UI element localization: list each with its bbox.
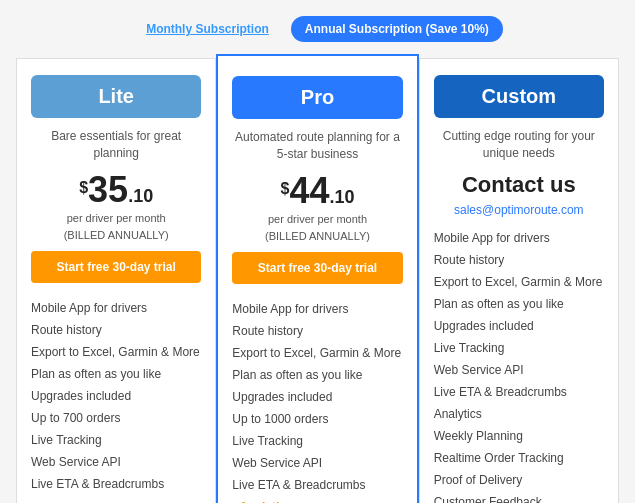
plan-lite-currency: $ xyxy=(79,180,88,196)
plan-custom-contact-title: Contact us xyxy=(434,172,604,198)
subscription-toggle[interactable]: Monthly Subscription Annual Subscription… xyxy=(16,16,619,42)
plan-lite-period: per driver per month (BILLED ANNUALLY) xyxy=(31,210,201,243)
list-item: Mobile App for drivers xyxy=(232,298,402,320)
annual-tab[interactable]: Annual Subscription (Save 10%) xyxy=(291,16,503,42)
plan-pro-period-text: per driver per month xyxy=(268,213,367,225)
plan-pro-billed: (BILLED ANNUALLY) xyxy=(265,230,370,242)
list-item: +Analytics xyxy=(232,496,402,503)
plan-pro-title: Pro xyxy=(238,86,396,109)
list-item: Route history xyxy=(31,319,201,341)
list-item: Customer Feedback xyxy=(434,491,604,503)
plan-custom-desc: Cutting edge routing for your unique nee… xyxy=(434,128,604,162)
plan-lite-desc: Bare essentials for great planning xyxy=(31,128,201,162)
list-item: Export to Excel, Garmin & More xyxy=(232,342,402,364)
list-item: Live ETA & Breadcrumbs xyxy=(31,473,201,495)
list-item: Upgrades included xyxy=(232,386,402,408)
plan-pro-price: $44.10 per driver per month (BILLED ANNU… xyxy=(232,173,402,244)
plan-pro-dollars: 44 xyxy=(289,170,329,211)
plan-lite-features: Mobile App for drivers Route history Exp… xyxy=(31,297,201,495)
list-item: Plan as often as you like xyxy=(31,363,201,385)
list-item: Weekly Planning xyxy=(434,425,604,447)
list-item: Export to Excel, Garmin & More xyxy=(31,341,201,363)
list-item: Live ETA & Breadcrumbs xyxy=(434,381,604,403)
list-item: Web Service API xyxy=(31,451,201,473)
plan-pro: Pro Automated route planning for a 5-sta… xyxy=(216,54,418,503)
list-item: Analytics xyxy=(434,403,604,425)
plan-pro-price-main: $44.10 xyxy=(232,173,402,209)
list-item: Plan as often as you like xyxy=(434,293,604,315)
list-item: Web Service API xyxy=(232,452,402,474)
plan-lite-period-text: per driver per month xyxy=(67,212,166,224)
plan-lite: Lite Bare essentials for great planning … xyxy=(16,58,216,503)
plan-lite-price-main: $35.10 xyxy=(31,172,201,208)
plan-custom-title: Custom xyxy=(440,85,598,108)
plan-lite-billed: (BILLED ANNUALLY) xyxy=(64,229,169,241)
plan-lite-cents: .10 xyxy=(128,186,153,206)
plan-pro-cents: .10 xyxy=(329,187,354,207)
list-item: Up to 1000 orders xyxy=(232,408,402,430)
plan-lite-header: Lite xyxy=(31,75,201,118)
plan-lite-title: Lite xyxy=(37,85,195,108)
plan-lite-trial-button[interactable]: Start free 30-day trial xyxy=(31,251,201,283)
list-item: Live Tracking xyxy=(31,429,201,451)
plan-pro-features: Mobile App for drivers Route history Exp… xyxy=(232,298,402,503)
plan-custom: Custom Cutting edge routing for your uni… xyxy=(419,58,619,503)
plan-pro-header: Pro xyxy=(232,76,402,119)
list-item: Plan as often as you like xyxy=(232,364,402,386)
plans-container: Lite Bare essentials for great planning … xyxy=(16,58,619,503)
contact-email-link[interactable]: sales@optimoroute.com xyxy=(454,203,584,217)
list-item: Up to 700 orders xyxy=(31,407,201,429)
list-item: Live ETA & Breadcrumbs xyxy=(232,474,402,496)
list-item: Upgrades included xyxy=(31,385,201,407)
list-item: Proof of Delivery xyxy=(434,469,604,491)
plan-pro-period: per driver per month (BILLED ANNUALLY) xyxy=(232,211,402,244)
monthly-tab[interactable]: Monthly Subscription xyxy=(132,16,283,42)
plan-custom-features: Mobile App for drivers Route history Exp… xyxy=(434,227,604,503)
list-item: Route history xyxy=(434,249,604,271)
list-item: Route history xyxy=(232,320,402,342)
list-item: Live Tracking xyxy=(434,337,604,359)
plan-pro-trial-button[interactable]: Start free 30-day trial xyxy=(232,252,402,284)
plan-lite-dollars: 35 xyxy=(88,169,128,210)
list-item: Upgrades included xyxy=(434,315,604,337)
plan-pro-desc: Automated route planning for a 5-star bu… xyxy=(232,129,402,163)
list-item: Mobile App for drivers xyxy=(31,297,201,319)
list-item: Web Service API xyxy=(434,359,604,381)
plan-custom-header: Custom xyxy=(434,75,604,118)
list-item: Realtime Order Tracking xyxy=(434,447,604,469)
list-item: Live Tracking xyxy=(232,430,402,452)
list-item: Export to Excel, Garmin & More xyxy=(434,271,604,293)
plan-lite-price: $35.10 per driver per month (BILLED ANNU… xyxy=(31,172,201,243)
plan-custom-contact-email[interactable]: sales@optimoroute.com xyxy=(434,202,604,217)
list-item: Mobile App for drivers xyxy=(434,227,604,249)
